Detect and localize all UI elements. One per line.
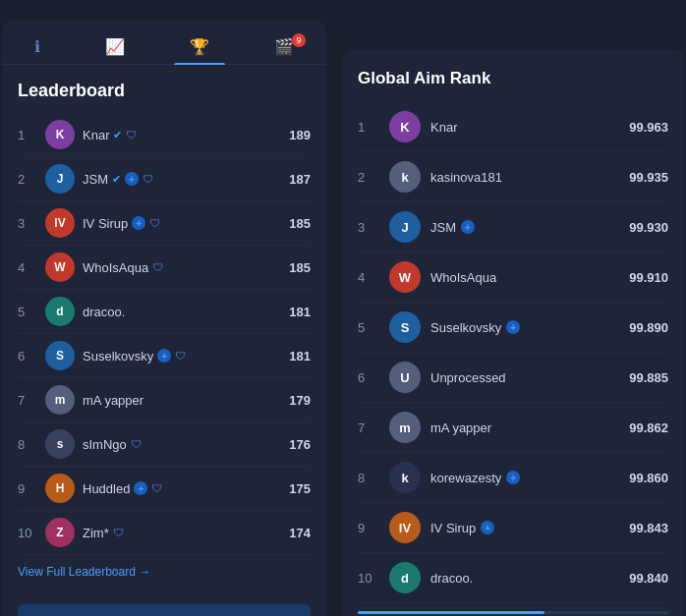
avatar: K [45, 120, 75, 149]
rank-number: 6 [358, 370, 379, 385]
avatar: J [45, 164, 75, 194]
avatar: J [389, 211, 421, 243]
tab-video[interactable]: 🎬 9 [258, 29, 310, 64]
table-row: 8 k korewazesty + 99.860 [358, 453, 668, 503]
rank-number: 1 [18, 128, 37, 142]
play-button[interactable]: PLAY [18, 604, 311, 616]
tab-info[interactable]: ℹ [19, 29, 56, 64]
player-score: 176 [289, 437, 311, 452]
player-name[interactable]: kasinova181 [430, 170, 629, 185]
leaderboard-list: 1 K Knar ✔🛡 189 2 J JSM ✔+🛡 187 3 IV IV … [18, 113, 311, 555]
shield-icon: 🛡 [126, 129, 137, 140]
player-name[interactable]: mA yapper [430, 420, 629, 435]
check-icon: ✔ [113, 129, 122, 141]
player-score: 99.840 [629, 571, 668, 586]
table-row: 6 U Unprocessed 99.885 [358, 353, 668, 403]
player-name[interactable]: dracoo. [83, 305, 289, 319]
rank-number: 3 [358, 220, 379, 235]
trophy-icon: 🏆 [190, 37, 209, 56]
plus-icon: + [506, 320, 520, 334]
rank-number: 10 [18, 526, 37, 540]
stats-icon: 📈 [105, 37, 125, 56]
rank-number: 5 [18, 305, 37, 319]
plus-icon: + [481, 521, 494, 534]
rank-number: 9 [358, 521, 379, 535]
rank-number: 2 [358, 170, 379, 185]
player-name[interactable]: Suselkovsky + [430, 320, 629, 335]
table-row: 9 IV IV Sirup + 99.843 [358, 503, 668, 553]
plus-icon: + [132, 216, 145, 230]
avatar: s [45, 429, 75, 459]
avatar: IV [389, 512, 421, 543]
shield-icon: 🛡 [149, 217, 160, 229]
table-row: 5 d dracoo. 181 [18, 290, 311, 334]
player-name[interactable]: Zim* 🛡 [83, 526, 289, 540]
player-name[interactable]: Knar ✔🛡 [83, 128, 289, 142]
rank-number: 10 [358, 571, 379, 586]
table-row: 1 K Knar 99.963 [358, 102, 668, 152]
avatar: U [389, 362, 421, 393]
rank-number: 2 [18, 172, 37, 187]
player-name[interactable]: IV Sirup + [430, 521, 629, 535]
player-score: 99.910 [629, 270, 668, 285]
plus-icon: + [125, 172, 139, 186]
table-row: 3 J JSM + 99.930 [358, 202, 668, 252]
table-row: 6 S Suselkovsky +🛡 181 [18, 334, 311, 378]
player-name[interactable]: mA yapper [83, 393, 289, 408]
table-row: 3 IV IV Sirup +🛡 185 [18, 201, 311, 246]
player-name[interactable]: Knar [430, 120, 629, 135]
player-name[interactable]: WhoIsAqua 🛡 [83, 260, 289, 275]
global-aim-rank-list: 1 K Knar 99.963 2 k kasinova181 99.935 3… [358, 102, 668, 603]
plus-icon: + [134, 481, 147, 495]
tab-stats[interactable]: 📈 [89, 29, 141, 64]
rank-number: 1 [358, 120, 379, 135]
avatar: H [45, 474, 75, 503]
avatar: IV [45, 208, 75, 238]
player-score: 187 [289, 172, 311, 187]
table-row: 1 K Knar ✔🛡 189 [18, 113, 311, 157]
check-icon: ✔ [112, 173, 121, 186]
table-row: 2 J JSM ✔+🛡 187 [18, 157, 311, 201]
rank-number: 6 [18, 349, 37, 364]
player-name[interactable]: IV Sirup +🛡 [83, 216, 289, 231]
app-container: ℹ 📈 🏆 🎬 9 Leaderboard 1 K Knar ✔🛡 189 2 … [2, 20, 684, 616]
player-name[interactable]: sImNgo 🛡 [83, 437, 289, 452]
right-panel: Global Aim Rank 1 K Knar 99.963 2 k kasi… [342, 49, 684, 616]
shield-icon: 🛡 [152, 261, 163, 273]
player-score: 99.862 [629, 420, 668, 435]
avatar: S [389, 311, 421, 343]
scrollbar-track [358, 611, 668, 614]
player-score: 181 [289, 349, 311, 364]
avatar: K [389, 111, 421, 142]
shield-icon: 🛡 [131, 438, 142, 450]
avatar: W [389, 261, 421, 293]
shield-icon: 🛡 [113, 527, 124, 538]
player-score: 99.935 [629, 170, 668, 185]
player-name[interactable]: JSM ✔+🛡 [83, 172, 289, 187]
player-name[interactable]: WhoIsAqua [430, 270, 629, 285]
table-row: 5 S Suselkovsky + 99.890 [358, 303, 668, 353]
player-score: 181 [289, 305, 311, 319]
panel-body: Leaderboard 1 K Knar ✔🛡 189 2 J JSM ✔+🛡 … [2, 65, 326, 594]
rank-number: 7 [18, 393, 37, 408]
plus-icon: + [506, 471, 520, 484]
table-row: 7 m mA yapper 99.862 [358, 403, 668, 453]
player-name[interactable]: korewazesty + [430, 471, 629, 485]
player-score: 174 [289, 526, 311, 540]
player-name[interactable]: Unprocessed [430, 370, 629, 385]
avatar: k [389, 462, 421, 493]
view-full-link[interactable]: View Full Leaderboard → [18, 565, 311, 579]
player-score: 189 [289, 128, 311, 142]
tab-trophy[interactable]: 🏆 [174, 29, 225, 64]
rank-number: 7 [358, 420, 379, 435]
player-score: 99.860 [629, 471, 668, 485]
player-name[interactable]: JSM + [430, 220, 629, 235]
player-name[interactable]: dracoo. [430, 571, 629, 586]
player-name[interactable]: Suselkovsky +🛡 [83, 349, 289, 364]
avatar: m [389, 412, 421, 443]
rank-number: 4 [18, 260, 37, 275]
rank-number: 9 [18, 481, 37, 496]
player-name[interactable]: Huddled +🛡 [83, 481, 289, 496]
info-icon: ℹ [34, 37, 40, 56]
table-row: 4 W WhoIsAqua 99.910 [358, 252, 668, 303]
